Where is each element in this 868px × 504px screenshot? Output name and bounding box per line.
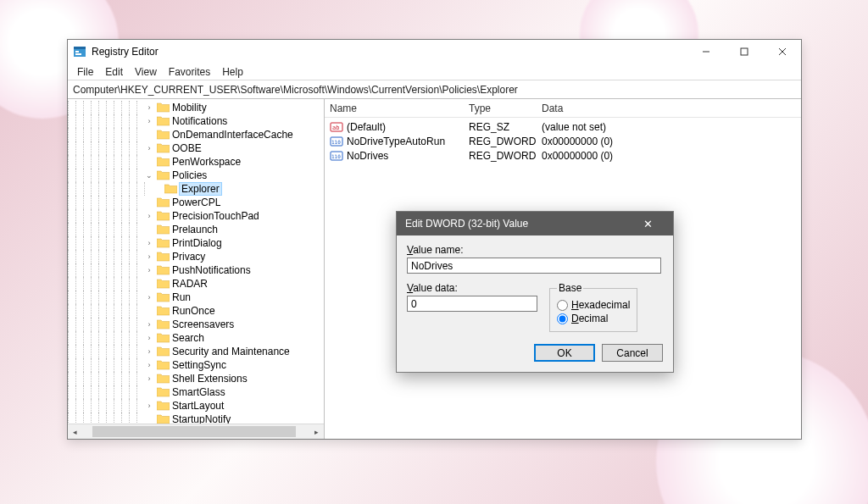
value-name: NoDriveTypeAutoRun (347, 136, 445, 147)
folder-icon (157, 414, 170, 424)
expander-icon[interactable]: › (144, 212, 154, 220)
close-button[interactable] (763, 40, 801, 64)
column-headers[interactable]: Name Type Data (325, 99, 801, 118)
tree-node-oobe[interactable]: ›OOBE (68, 141, 324, 155)
value-data: (value not set) (542, 121, 606, 133)
expander-icon[interactable]: › (144, 347, 154, 356)
menubar: FileEditViewFavoritesHelp (68, 64, 801, 80)
radio-hexadecimal[interactable] (557, 300, 568, 311)
tree-node-mobility[interactable]: ›Mobility (68, 101, 324, 114)
tree-h-scrollbar[interactable]: ◂ ▸ (68, 424, 324, 439)
menu-help[interactable]: Help (216, 66, 249, 78)
scroll-right-button[interactable]: ▸ (309, 424, 324, 439)
menu-favorites[interactable]: Favorites (163, 66, 216, 78)
folder-icon (157, 346, 170, 357)
expander-icon[interactable]: › (144, 266, 154, 274)
scroll-left-button[interactable]: ◂ (68, 424, 82, 439)
tree-node-notifications[interactable]: ›Notifications (68, 114, 324, 128)
tree-node-screensavers[interactable]: ›Screensavers (68, 318, 324, 331)
tree-node-privacy[interactable]: ›Privacy (68, 250, 324, 263)
expander-icon[interactable]: › (144, 239, 154, 247)
folder-icon (157, 292, 170, 302)
expander-icon[interactable]: › (144, 144, 154, 152)
reg-dword-icon: 110 (330, 135, 343, 148)
tree-node-search[interactable]: ›Search (68, 331, 324, 345)
value-row[interactable]: ab(Default)REG_SZ(value not set) (325, 119, 801, 134)
expander-icon[interactable]: › (144, 320, 154, 329)
folder-icon (157, 211, 170, 221)
regedit-icon (73, 45, 86, 58)
key-tree[interactable]: ›Mobility›NotificationsOnDemandInterface… (68, 99, 325, 439)
expander-icon[interactable]: › (144, 293, 154, 302)
svg-text:110: 110 (331, 153, 341, 159)
address-text: Computer\HKEY_CURRENT_USER\Software\Micr… (73, 84, 518, 96)
tree-node-radar[interactable]: RADAR (68, 277, 324, 291)
tree-node-policies[interactable]: ⌄Policies (68, 169, 324, 182)
folder-icon (157, 319, 170, 330)
dialog-close-button[interactable]: ✕ (631, 218, 665, 230)
menu-edit[interactable]: Edit (99, 66, 129, 78)
window-title: Registry Editor (92, 46, 159, 58)
tree-node-explorer[interactable]: Explorer (68, 182, 324, 196)
tree-label: Security and Maintenance (172, 346, 290, 357)
tree-label: RADAR (172, 278, 208, 290)
folder-icon (157, 116, 170, 126)
tree-node-powercpl[interactable]: PowerCPL (68, 196, 324, 209)
scroll-thumb[interactable] (92, 426, 296, 437)
value-row[interactable]: 110NoDrivesREG_DWORD0x00000000 (0) (325, 148, 801, 163)
tree-node-pushnotifications[interactable]: ›PushNotifications (68, 263, 324, 277)
menu-file[interactable]: File (71, 66, 99, 78)
value-name-input[interactable] (407, 258, 661, 274)
address-bar[interactable]: Computer\HKEY_CURRENT_USER\Software\Micr… (68, 80, 801, 99)
radio-hexadecimal-label[interactable]: Hexadecimal (571, 299, 630, 311)
folder-icon (157, 360, 170, 370)
tree-label: Prelaunch (172, 224, 218, 235)
tree-node-shell-extensions[interactable]: ›Shell Extensions (68, 372, 324, 385)
tree-label: Mobility (172, 102, 207, 114)
expander-icon[interactable]: › (144, 252, 154, 261)
base-group: Base Hexadecimal Decimal (549, 282, 637, 332)
expander-icon[interactable]: › (144, 334, 154, 342)
menu-view[interactable]: View (129, 66, 163, 78)
cancel-button[interactable]: Cancel (602, 344, 663, 362)
col-name-header[interactable]: Name (330, 102, 469, 114)
tree-node-run[interactable]: ›Run (68, 291, 324, 304)
tree-node-ondemandinterfacecache[interactable]: OnDemandInterfaceCache (68, 128, 324, 141)
tree-node-smartglass[interactable]: SmartGlass (68, 385, 324, 399)
folder-icon (157, 401, 170, 411)
radio-decimal[interactable] (557, 313, 568, 324)
value-data-input[interactable] (407, 296, 537, 312)
col-data-header[interactable]: Data (542, 102, 711, 114)
ok-button[interactable]: OK (534, 344, 595, 362)
maximize-button[interactable] (725, 40, 763, 64)
tree-node-runonce[interactable]: RunOnce (68, 304, 324, 318)
scroll-track[interactable] (82, 424, 309, 439)
tree-node-penworkspace[interactable]: PenWorkspace (68, 155, 324, 169)
tree-node-printdialog[interactable]: ›PrintDialog (68, 236, 324, 250)
tree-node-security-and-maintenance[interactable]: ›Security and Maintenance (68, 345, 324, 358)
folder-icon (157, 197, 170, 208)
tree-node-settingsync[interactable]: ›SettingSync (68, 358, 324, 372)
expander-icon[interactable]: › (144, 402, 154, 410)
dialog-titlebar[interactable]: Edit DWORD (32-bit) Value ✕ (397, 212, 673, 235)
folder-icon (157, 374, 170, 384)
minimize-button[interactable] (687, 40, 725, 64)
tree-node-startlayout[interactable]: ›StartLayout (68, 399, 324, 413)
col-type-header[interactable]: Type (469, 102, 542, 114)
expander-icon[interactable]: › (144, 103, 154, 112)
expander-icon[interactable]: › (144, 361, 154, 369)
radio-decimal-label[interactable]: Decimal (571, 313, 608, 324)
tree-label: OnDemandInterfaceCache (172, 129, 293, 141)
folder-icon (157, 157, 170, 167)
tree-node-startupnotify[interactable]: StartupNotify (68, 413, 324, 424)
tree-label: PrintDialog (172, 237, 222, 249)
tree-node-prelaunch[interactable]: Prelaunch (68, 223, 324, 236)
expander-icon[interactable]: › (144, 374, 154, 383)
tree-node-precisiontouchpad[interactable]: ›PrecisionTouchPad (68, 209, 324, 223)
edit-dword-dialog: Edit DWORD (32-bit) Value ✕ Value name: … (396, 211, 674, 373)
value-row[interactable]: 110NoDriveTypeAutoRunREG_DWORD0x00000000… (325, 134, 801, 148)
expander-icon[interactable]: › (144, 117, 154, 125)
titlebar[interactable]: Registry Editor (68, 40, 801, 64)
expander-icon[interactable]: ⌄ (144, 171, 154, 180)
svg-rect-1 (74, 47, 86, 49)
